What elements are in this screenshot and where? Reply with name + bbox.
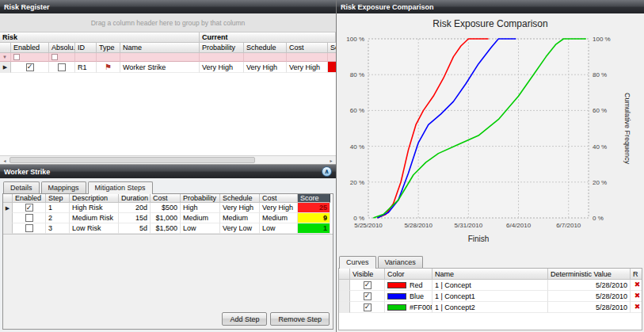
- step-score-cell[interactable]: 1: [298, 223, 330, 234]
- curve-color-cell[interactable]: #FF00FF00: [385, 302, 433, 313]
- row-indicator[interactable]: [339, 302, 350, 313]
- column-header-step[interactable]: Step: [46, 194, 70, 203]
- visible-checkbox[interactable]: [364, 292, 372, 300]
- filter-cell-type[interactable]: [97, 53, 120, 62]
- row-indicator[interactable]: ▶: [3, 203, 13, 213]
- column-header-probability[interactable]: Probability: [181, 194, 220, 203]
- column-header-cost2[interactable]: Cost: [260, 194, 298, 203]
- add-step-button[interactable]: Add Step: [222, 312, 267, 326]
- risk-probability-cell[interactable]: Very High: [200, 62, 244, 73]
- column-header-remove[interactable]: R: [631, 269, 642, 280]
- curve-value-cell[interactable]: 5/28/2010: [548, 291, 631, 302]
- column-header-name[interactable]: Name: [120, 43, 200, 53]
- scroll-left-arrow-icon[interactable]: ◂: [0, 156, 10, 164]
- filter-cell-absolute[interactable]: [49, 53, 75, 62]
- filter-cell-score[interactable]: [328, 53, 336, 62]
- column-header-cost[interactable]: Cost: [151, 194, 181, 203]
- filter-cell-name[interactable]: [120, 53, 200, 62]
- visible-checkbox[interactable]: [364, 281, 372, 289]
- column-header-description[interactable]: Description: [70, 194, 119, 203]
- curve-color-cell[interactable]: Blue: [385, 291, 433, 302]
- row-indicator[interactable]: [3, 223, 13, 234]
- delete-curve-icon[interactable]: ✖: [634, 281, 641, 288]
- column-header-color[interactable]: Color: [385, 269, 433, 280]
- scrollbar-thumb[interactable]: [10, 157, 255, 163]
- step-description-cell[interactable]: Medium Risk: [70, 213, 119, 223]
- curve-value-cell[interactable]: 5/28/2010: [548, 302, 631, 313]
- column-header-visible[interactable]: Visible: [350, 269, 385, 280]
- step-cost-cell[interactable]: $1,500: [151, 223, 181, 234]
- column-header-name[interactable]: Name: [433, 269, 548, 280]
- risk-row[interactable]: ▶ R1 ⚑ Worker Strike Very High Very High…: [0, 62, 336, 73]
- step-probability-cell[interactable]: Low: [181, 223, 220, 234]
- step-description-cell[interactable]: Low Risk: [70, 223, 119, 234]
- step-enabled-cell[interactable]: [13, 213, 46, 223]
- step-number-cell[interactable]: 3: [46, 223, 70, 234]
- curve-visible-cell[interactable]: [350, 291, 385, 302]
- curve-row[interactable]: Blue 1 | Concept1 5/28/2010 ✖: [339, 291, 642, 302]
- step-duration-cell[interactable]: 15d: [119, 213, 151, 223]
- step-number-cell[interactable]: 2: [46, 213, 70, 223]
- row-indicator[interactable]: [339, 291, 350, 302]
- tab-mappings[interactable]: Mappings: [41, 181, 86, 193]
- column-header-id[interactable]: ID: [75, 43, 97, 53]
- step-enabled-checkbox[interactable]: [25, 224, 33, 232]
- curve-name-cell[interactable]: 1 | Concept1: [433, 291, 548, 302]
- row-indicator[interactable]: ▶: [0, 62, 11, 73]
- scrollbar-track[interactable]: [255, 156, 326, 164]
- risk-cost-cell[interactable]: Very High: [287, 62, 328, 73]
- step-enabled-cell[interactable]: [13, 223, 46, 234]
- step-duration-cell[interactable]: 5d: [119, 223, 151, 234]
- filter-cell-schedule[interactable]: [244, 53, 287, 62]
- risk-type-cell[interactable]: ⚑: [97, 62, 120, 73]
- filter-cell-id[interactable]: [75, 53, 97, 62]
- curve-row[interactable]: Red 1 | Concept 5/28/2010 ✖: [339, 280, 642, 291]
- horizontal-scrollbar[interactable]: ◂ ▸: [0, 155, 336, 164]
- curve-delete-cell[interactable]: ✖: [631, 291, 642, 302]
- risk-absolute-cell[interactable]: [49, 62, 75, 73]
- filter-checkbox-absolute[interactable]: [51, 54, 58, 60]
- step-score-cell[interactable]: 9: [298, 213, 330, 223]
- column-header-schedule[interactable]: Schedule: [244, 43, 287, 53]
- step-number-cell[interactable]: 1: [46, 203, 70, 213]
- absolute-checkbox[interactable]: [58, 63, 66, 71]
- column-header-enabled[interactable]: Enabled: [13, 194, 46, 203]
- curve-delete-cell[interactable]: ✖: [631, 280, 642, 291]
- filter-cell-probability[interactable]: [200, 53, 244, 62]
- step-duration-cell[interactable]: 20d: [119, 203, 151, 213]
- color-swatch[interactable]: [387, 282, 406, 288]
- step-schedule-cell[interactable]: Medium: [220, 213, 260, 223]
- curve-delete-cell[interactable]: ✖: [631, 302, 642, 313]
- remove-step-button[interactable]: Remove Step: [270, 312, 330, 326]
- step-cost-cell[interactable]: $500: [151, 203, 181, 213]
- tab-details[interactable]: Details: [3, 181, 40, 193]
- column-header-type[interactable]: Type: [97, 43, 120, 53]
- risk-schedule-cell[interactable]: Very High: [244, 62, 287, 73]
- visible-checkbox[interactable]: [364, 303, 372, 311]
- filter-checkbox-enabled[interactable]: [13, 54, 20, 60]
- filter-cell-enabled[interactable]: [11, 53, 49, 62]
- column-header-enabled[interactable]: Enabled: [11, 43, 49, 53]
- step-cost2-cell[interactable]: Low: [260, 223, 298, 234]
- band-header-risk[interactable]: Risk: [0, 32, 200, 43]
- row-indicator[interactable]: [339, 280, 350, 291]
- step-schedule-cell[interactable]: Very Low: [220, 223, 260, 234]
- color-swatch[interactable]: [387, 293, 406, 300]
- mitigation-step-row[interactable]: 2 Medium Risk 15d $1,000 Medium Medium M…: [3, 213, 333, 223]
- tab-mitigation-steps[interactable]: Mitigation Steps: [88, 181, 153, 194]
- risk-id-cell[interactable]: R1: [75, 62, 97, 73]
- tab-variances[interactable]: Variances: [378, 256, 423, 268]
- column-header-schedule[interactable]: Schedule: [220, 194, 260, 203]
- auto-filter-row[interactable]: ▼: [0, 53, 336, 62]
- collapse-panel-button[interactable]: ∧: [322, 166, 332, 177]
- group-by-area[interactable]: Drag a column header here to group by th…: [0, 13, 336, 32]
- step-cost-cell[interactable]: $1,000: [151, 213, 181, 223]
- step-description-cell[interactable]: High Risk: [70, 203, 119, 213]
- row-indicator[interactable]: [3, 213, 13, 223]
- tab-curves[interactable]: Curves: [339, 256, 376, 269]
- step-enabled-checkbox[interactable]: [25, 204, 33, 212]
- column-header-score[interactable]: Score: [298, 194, 330, 203]
- curve-value-cell[interactable]: 5/28/2010: [548, 280, 631, 291]
- column-header-cost[interactable]: Cost: [287, 43, 328, 53]
- filter-cell-cost[interactable]: [287, 53, 328, 62]
